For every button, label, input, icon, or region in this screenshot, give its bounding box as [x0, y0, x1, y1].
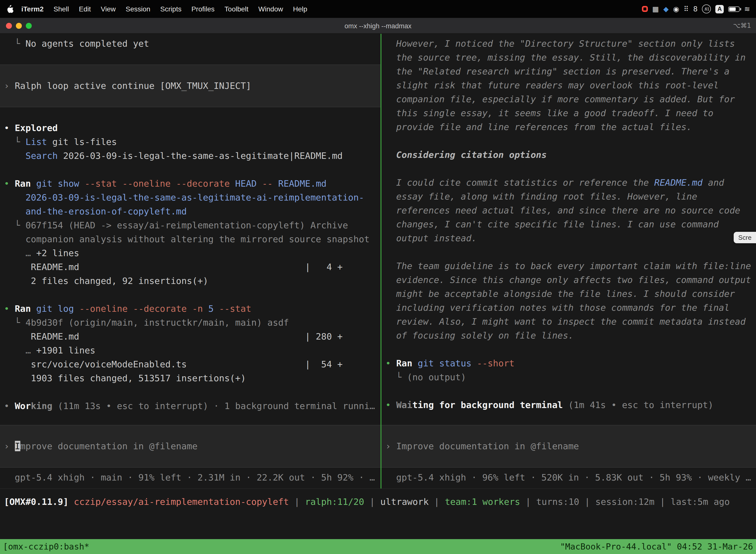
text-span [4, 151, 25, 161]
menu-item-help[interactable]: Help [288, 5, 312, 13]
blank-line [385, 342, 752, 356]
terminal-line: including verification notes with those … [385, 301, 752, 315]
text-span: 5 [208, 303, 219, 314]
terminal-line: 2 files changed, 92 insertions(+) [4, 274, 377, 288]
terminal-line: gpt-5.4 xhigh · 96% left · 520K in · 5.8… [385, 470, 752, 485]
menu-item-window[interactable]: Window [253, 5, 288, 13]
text-span: and-the-erosion-of-copyleft.md [4, 206, 187, 216]
terminal-line: • Ran git log --oneline --decorate -n 5 … [4, 302, 377, 316]
dark-circle-app-icon[interactable]: ◉ [673, 5, 679, 13]
text-span: evidence. Since this change only affects… [385, 275, 751, 285]
menu-status-icons: ▦◆◉⠿8.61A≋ [637, 4, 756, 13]
text-span: git log [36, 303, 79, 314]
menu-item-toolbelt[interactable]: Toolbelt [219, 5, 253, 13]
text-span: └ [4, 136, 25, 147]
terminal-line: • Waiting for background terminal (1m 41… [385, 398, 752, 412]
blank-line [385, 162, 752, 176]
text-span: provide file and line references from th… [385, 122, 692, 132]
text-span: Ran [15, 178, 36, 189]
text-span: 2026-03-09-is-legal-the-same-as-legitima… [4, 192, 364, 203]
blank-line [4, 163, 377, 177]
input-source-a-icon[interactable]: A [715, 5, 724, 13]
text-span: companion file, especially if more comme… [385, 94, 735, 104]
terminal-line: gpt-5.4 xhigh · main · 91% left · 2.31M … [4, 470, 377, 485]
text-span: might be acceptable alongside the file l… [385, 288, 735, 299]
terminal-line: └ 4b9d30f (origin/main, instructkr/main,… [4, 316, 377, 330]
text-span: List [25, 136, 52, 147]
close-button[interactable] [6, 23, 12, 29]
menu-item-iterm2[interactable]: iTerm2 [16, 5, 49, 13]
text-span: including verification notes with those … [385, 302, 730, 313]
text-span: └ [385, 372, 407, 382]
text-span: Ran [15, 303, 36, 314]
text-span: this single essay, it seems like a good … [385, 108, 713, 118]
text-span: • [4, 123, 15, 133]
blank-line [4, 288, 377, 302]
terminal-line: essay file, along with finding root file… [385, 189, 752, 204]
text-span: --oneline --decorate [79, 303, 192, 314]
text-span: Wai [396, 400, 412, 410]
terminal-line: provide file and line references from th… [385, 120, 752, 134]
text-span: Search [25, 151, 63, 161]
terminal-line: • Ran git show --stat --oneline --decora… [4, 177, 377, 190]
zoom-button[interactable] [26, 23, 32, 29]
text-span: Ralph loop active continue [OMX_TMUX_INJ… [15, 80, 251, 91]
terminal-line: The team guideline is to back every impo… [385, 259, 752, 273]
text-span: | [654, 496, 671, 507]
text-span: 2026-03-09-is-legal-the-same-as-legitima… [63, 151, 342, 161]
text-span: --stat [219, 303, 251, 314]
app-icon-8[interactable]: 8 [693, 5, 698, 13]
text-span: gpt-5.4 xhigh · main · 91% left · 2.31M … [4, 472, 375, 483]
menu-item-session[interactable]: Session [121, 5, 155, 13]
menu-item-edit[interactable]: Edit [74, 5, 96, 13]
text-span: the "Related research writing" section i… [385, 66, 730, 76]
text-span: README.md | 4 + [4, 262, 342, 272]
blank-line [385, 245, 752, 259]
menu-item-shell[interactable]: Shell [49, 5, 74, 13]
text-span: last:5m ago [671, 496, 730, 507]
text-span: -- [262, 178, 278, 189]
text-span: | [289, 496, 305, 507]
gauge-61-icon[interactable]: .61 [702, 4, 711, 13]
text-span: the source tree, missing the essay. Stil… [385, 52, 746, 63]
prompt-input-right[interactable]: › Improve documentation in @filename [381, 425, 756, 467]
screen-recording-indicator-icon[interactable] [642, 6, 648, 12]
terminal-line: └ No agents completed yet [4, 37, 377, 51]
terminal-line: • Ran git status --short [385, 356, 752, 370]
text-span: king [31, 401, 52, 411]
wifi-icon[interactable]: ≋ [744, 5, 750, 13]
menu-item-view[interactable]: View [96, 5, 121, 13]
text-span: 4b9d30f (origin/main, instructkr/main, m… [25, 317, 289, 328]
screenshot-button[interactable]: Scre [734, 232, 756, 243]
omx-status-area: [OMX#0.11.9] cczip/essay/ai-reimplementa… [0, 489, 756, 539]
terminal-line: … +2 lines [4, 246, 377, 260]
text-cursor: I [15, 441, 20, 451]
text-span: review. Also, I might want to inspect th… [385, 316, 746, 327]
terminal-line: I could cite commit statistics or refere… [385, 176, 752, 189]
minimize-button[interactable] [16, 23, 22, 29]
battery-icon[interactable] [729, 6, 740, 12]
menu-item-scripts[interactable]: Scripts [155, 5, 187, 13]
terminal-line: 2026-03-09-is-legal-the-same-as-legitima… [4, 190, 377, 205]
text-span: 1903 files changed, 513517 insertions(+) [4, 373, 246, 383]
menu-item-profiles[interactable]: Profiles [187, 5, 219, 13]
terminal-line: • Explored [4, 121, 377, 135]
window-grid-icon[interactable]: ▦ [652, 5, 659, 13]
text-span: The team guideline is to back every impo… [385, 261, 751, 271]
terminal-line: README.md | 4 + [4, 260, 377, 274]
window-title-bar[interactable]: omx --xhigh --madmax ⌥⌘1 [0, 18, 756, 34]
text-span: turns:10 [536, 496, 579, 507]
terminal-line: the source tree, missing the essay. Stil… [385, 51, 752, 64]
terminal-line: references need actual files, and since … [385, 204, 752, 217]
right-pane[interactable]: However, I noticed the "Directory Struct… [381, 34, 756, 489]
left-pane[interactable]: └ No agents completed yet› Ralph loop ac… [0, 34, 380, 489]
terminal-line: of focusing solely on file lines. [385, 329, 752, 342]
text-span: └ [4, 317, 25, 328]
prompt-input-left[interactable]: › Improve documentation in @filename [0, 425, 380, 467]
apple-logo-icon[interactable] [7, 5, 13, 13]
dots-grid-icon[interactable]: ⠿ [684, 5, 689, 13]
text-span: git show [36, 178, 84, 189]
blue-app-icon[interactable]: ◆ [663, 5, 669, 13]
text-span: └ [4, 38, 25, 49]
menu-items: iTerm2ShellEditViewSessionScriptsProfile… [16, 0, 312, 18]
